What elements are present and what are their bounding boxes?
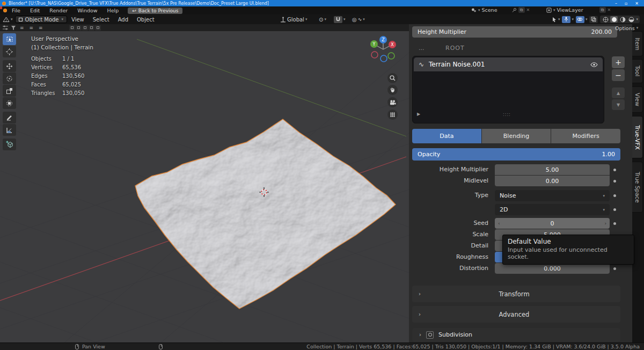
scene-name[interactable]: Scene xyxy=(482,7,510,13)
transform-tool[interactable] xyxy=(3,97,16,109)
list-option-1-icon[interactable]: ≡ xyxy=(18,25,26,31)
list-item-terrain-noise[interactable]: ∿ Terrain Noise.001 xyxy=(414,57,603,71)
orientation-dropdown[interactable]: Global▾ xyxy=(280,17,307,23)
height-multiplier-field[interactable]: 5.00 xyxy=(495,164,610,175)
shading-wireframe-icon[interactable] xyxy=(602,16,609,23)
keyframe-dot[interactable] xyxy=(613,267,616,270)
menu-file[interactable]: File xyxy=(7,8,25,13)
advanced-panel-header[interactable]: › Advanced xyxy=(412,306,620,323)
shading-solid-icon[interactable] xyxy=(610,16,618,23)
navigation-gizmo[interactable]: Z Y X xyxy=(369,33,398,63)
tab-view[interactable]: View xyxy=(632,86,643,113)
new-scene-icon[interactable]: ⧉ xyxy=(518,7,525,13)
viewport-3d[interactable]: User Perspective (1) Collection | Terrai… xyxy=(0,31,409,342)
active-tool-icon[interactable] xyxy=(2,25,9,31)
viewlayer-selector[interactable]: ▾ ViewLayer ⧉ ✕ xyxy=(546,7,611,13)
close-button[interactable]: ✕ xyxy=(635,1,639,6)
menu-object[interactable]: Object xyxy=(133,17,159,23)
visibility-eye-icon[interactable] xyxy=(590,62,598,67)
shading-rendered-icon[interactable] xyxy=(627,16,635,23)
move-layer-down-button[interactable]: ▼ xyxy=(612,99,625,110)
tool-settings-buttons[interactable] xyxy=(69,25,101,31)
unlink-scene-icon[interactable]: ✕ xyxy=(526,8,530,12)
terrain-layer-list[interactable]: ∿ Terrain Noise.001 ▶ :::: xyxy=(412,56,604,123)
selectability-dropdown[interactable]: ▾ xyxy=(552,17,560,23)
scale-tool[interactable] xyxy=(3,85,16,97)
list-expand-arrow[interactable]: ▶ xyxy=(417,112,420,116)
menu-add[interactable]: Add xyxy=(114,17,133,23)
perspective-toggle-button[interactable] xyxy=(387,110,398,120)
breadcrumb-dots[interactable]: ... xyxy=(419,45,425,52)
keyframe-dot[interactable] xyxy=(613,169,616,171)
shading-material-icon[interactable] xyxy=(619,16,626,23)
menu-edit[interactable]: Edit xyxy=(25,8,45,13)
seed-stepper[interactable]: ‹ 0 › xyxy=(495,218,610,229)
menu-render[interactable]: Render xyxy=(45,8,72,13)
back-to-previous-button[interactable]: ↩ Back to Previous xyxy=(128,8,182,14)
distortion-field[interactable]: 0.000 xyxy=(495,263,610,274)
tab-blending[interactable]: Blending xyxy=(482,129,551,143)
terrain-mesh[interactable] xyxy=(135,119,396,309)
viewlayer-name[interactable]: ViewLayer xyxy=(557,7,598,13)
tab-true-vfx[interactable]: True-VFX xyxy=(632,116,643,158)
height-multiplier-200-slider[interactable]: Height Multiplier200.00 xyxy=(412,26,617,38)
overlays-toggle[interactable]: ▾ xyxy=(576,16,588,23)
xray-toggle[interactable] xyxy=(589,16,598,23)
menu-help[interactable]: Help xyxy=(103,8,124,13)
seed-decrement-icon[interactable]: ‹ xyxy=(498,218,500,229)
pin-icon[interactable] xyxy=(511,8,517,13)
add-layer-button[interactable]: + xyxy=(612,56,625,68)
remove-viewlayer-icon[interactable]: ✕ xyxy=(608,8,611,12)
annotate-tool[interactable] xyxy=(3,112,16,123)
midlevel-field[interactable]: 0.00 xyxy=(495,176,610,186)
measure-tool[interactable] xyxy=(3,124,16,136)
zoom-button[interactable] xyxy=(387,73,398,83)
new-viewlayer-icon[interactable]: ⧉ xyxy=(599,7,606,13)
tab-true-space[interactable]: True Space xyxy=(632,162,643,213)
keyframe-dot[interactable] xyxy=(613,194,616,197)
select-box-tool[interactable] xyxy=(3,33,16,45)
options-dropdown[interactable]: Options▾ xyxy=(615,25,638,31)
blender-menu-icon[interactable] xyxy=(3,9,7,12)
cursor-tool[interactable] xyxy=(3,46,16,57)
keyframe-dot[interactable] xyxy=(613,222,616,225)
menu-select[interactable]: Select xyxy=(89,17,114,23)
menu-view[interactable]: View xyxy=(67,17,89,23)
opacity-slider[interactable]: Opacity1.00 xyxy=(412,148,620,161)
keyframe-dot[interactable] xyxy=(613,180,616,183)
transform-panel-header[interactable]: › Transform xyxy=(412,286,620,302)
mode-dropdown[interactable]: Object Mode ▾ xyxy=(15,16,68,23)
filter-icon[interactable] xyxy=(11,25,16,31)
list-option-3-icon[interactable]: ≡ xyxy=(37,25,45,31)
add-primitive-tool[interactable] xyxy=(3,138,16,150)
dimension-dropdown[interactable]: 2D▾ xyxy=(495,204,610,215)
editor-type-button[interactable]: ▾ xyxy=(3,17,13,23)
tab-modifiers[interactable]: Modifiers xyxy=(551,129,620,143)
snap-toggle[interactable]: ▾ xyxy=(334,16,346,23)
subdivision-panel-header[interactable]: › Subdivision xyxy=(412,328,620,341)
tab-tool[interactable]: Tool xyxy=(632,59,643,83)
camera-view-button[interactable] xyxy=(387,97,398,107)
keyframe-dot[interactable] xyxy=(613,208,616,211)
move-tool[interactable] xyxy=(3,60,16,72)
type-dropdown[interactable]: Noise▾ xyxy=(495,190,610,201)
tab-item[interactable]: Item xyxy=(632,31,643,56)
viewlayer-icon xyxy=(546,8,552,13)
overlays-icon xyxy=(577,17,583,22)
scene-selector[interactable]: ▾ Scene ⧉ ✕ xyxy=(471,7,530,13)
seed-increment-icon[interactable]: › xyxy=(604,218,606,229)
remove-layer-button[interactable]: − xyxy=(612,69,625,81)
rotate-tool[interactable] xyxy=(3,72,16,84)
menu-window[interactable]: Window xyxy=(72,8,102,13)
pivot-dropdown[interactable]: ⊙▾ xyxy=(319,17,326,23)
move-layer-up-button[interactable]: ▲ xyxy=(612,88,625,98)
minimize-button[interactable]: – xyxy=(615,1,617,6)
pan-button[interactable] xyxy=(387,85,398,95)
proportional-editing-toggle[interactable]: ◎ ∿ ▾ xyxy=(352,17,365,23)
maximize-button[interactable]: ▫ xyxy=(625,1,627,6)
tab-data[interactable]: Data xyxy=(412,129,481,143)
subdivision-icon xyxy=(426,331,434,339)
gizmos-toggle[interactable]: ▾ xyxy=(562,16,574,23)
list-option-2-icon[interactable]: ≡ xyxy=(28,25,35,31)
list-resize-grip[interactable]: :::: xyxy=(503,112,511,117)
